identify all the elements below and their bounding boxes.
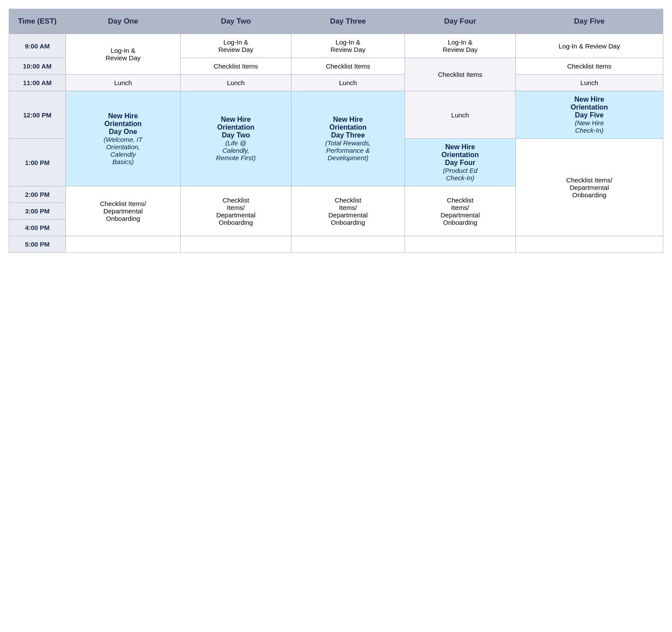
day1-orientation-title: New HireOrientationDay One [104, 112, 141, 135]
day1-checklist-afternoon: Checklist Items/DepartmentalOnboarding [66, 186, 181, 236]
day2-orientation-subtitle: (Life @Calendly,Remote First) [216, 139, 256, 161]
day4-checklist-1000: Checklist Items [405, 58, 515, 91]
header-day-five: Day Five [516, 9, 663, 34]
day1-orientation-subtitle: (Welcome, ITOrientation,CalendlyBasics) [104, 136, 143, 165]
day1-login: Log-In &Review Day [66, 34, 181, 75]
day3-lunch-1100: Lunch [291, 75, 405, 91]
day2-orientation-title: New HireOrientationDay Two [217, 116, 254, 139]
day3-500 [291, 236, 405, 253]
day5-500 [516, 236, 663, 253]
day3-checklist-afternoon: ChecklistItems/DepartmentalOnboarding [291, 186, 405, 236]
day1-orientation: New HireOrientationDay One (Welcome, ITO… [66, 91, 181, 186]
day2-orientation: New HireOrientationDay Two (Life @Calend… [180, 91, 291, 186]
day3-login-900: Log-In &Review Day [291, 34, 405, 58]
schedule-table: Time (EST) Day One Day Two Day Three Day… [9, 9, 663, 253]
day3-orientation-subtitle: (Total Rewards,Performance &Development) [325, 139, 371, 161]
time-1500: 3:00 PM [9, 203, 66, 220]
day5-checklist-afternoon: Checklist Items/DepartmentalOnboarding [516, 139, 663, 236]
day4-500 [405, 236, 515, 253]
day5-checklist-1000: Checklist Items [516, 58, 663, 75]
header-day-one: Day One [66, 9, 181, 34]
time-1600: 4:00 PM [9, 220, 66, 236]
table-row: 5:00 PM [9, 236, 663, 253]
day4-orientation-subtitle: (Product EdCheck-In) [443, 167, 477, 182]
day5-orientation-title: New HireOrientationDay Five [571, 96, 608, 119]
time-1100: 11:00 AM [9, 75, 66, 91]
time-1000: 10:00 AM [9, 58, 66, 75]
table-row: 12:00 PM New HireOrientationDay One (Wel… [9, 91, 663, 139]
time-1700: 5:00 PM [9, 236, 66, 253]
time-1300: 1:00 PM [9, 139, 66, 186]
day4-orientation: New HireOrientationDay Four (Product EdC… [405, 139, 515, 186]
day5-orientation-subtitle: (New HireCheck-In) [575, 119, 604, 134]
time-1400: 2:00 PM [9, 186, 66, 203]
day5-orientation: New HireOrientationDay Five (New HireChe… [516, 91, 663, 139]
day5-login-900: Log-In & Review Day [516, 34, 663, 58]
day1-500 [66, 236, 181, 253]
day4-orientation-title: New HireOrientationDay Four [442, 143, 479, 166]
header-time: Time (EST) [9, 9, 66, 34]
day2-500 [180, 236, 291, 253]
day4-lunch-1200: Lunch [405, 91, 515, 139]
time-1200: 12:00 PM [9, 91, 66, 139]
day4-checklist-afternoon: ChecklistItems/DepartmentalOnboarding [405, 186, 515, 236]
day2-lunch-1100: Lunch [180, 75, 291, 91]
day2-checklist-1000: Checklist Items [180, 58, 291, 75]
header-day-four: Day Four [405, 9, 515, 34]
table-row: 11:00 AM Lunch Lunch Lunch Lunch [9, 75, 663, 91]
time-900: 9:00 AM [9, 34, 66, 58]
day2-checklist-afternoon: ChecklistItems/DepartmentalOnboarding [180, 186, 291, 236]
header-day-two: Day Two [180, 9, 291, 34]
table-row: 9:00 AM Log-In &Review Day Log-In &Revie… [9, 34, 663, 58]
day4-login-900: Log-In &Review Day [405, 34, 515, 58]
day3-checklist-1000: Checklist Items [291, 58, 405, 75]
day2-login-900: Log-In &Review Day [180, 34, 291, 58]
day1-lunch-1100: Lunch [66, 75, 181, 91]
header-day-three: Day Three [291, 9, 405, 34]
day3-orientation-title: New HireOrientationDay Three [329, 116, 367, 139]
day3-orientation: New HireOrientationDay Three (Total Rewa… [291, 91, 405, 186]
day5-lunch-1100: Lunch [516, 75, 663, 91]
